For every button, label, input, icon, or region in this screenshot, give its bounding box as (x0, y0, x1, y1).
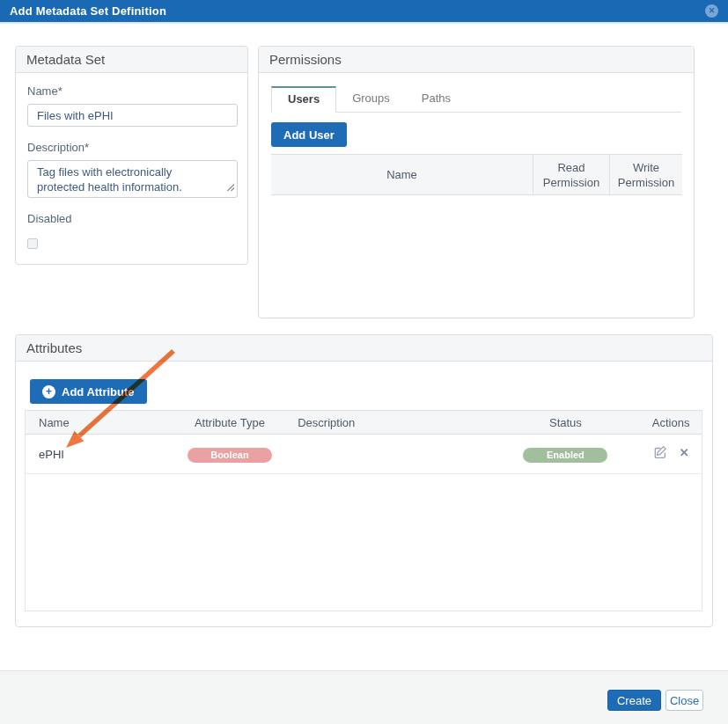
description-label: Description* (27, 141, 236, 154)
column-header-name: Name (271, 155, 533, 194)
column-header-description: Description (289, 416, 490, 429)
metadata-set-panel-title: Metadata Set (16, 47, 247, 73)
add-user-button[interactable]: Add User (271, 122, 347, 147)
attributes-table: Name Attribute Type Description Status A… (25, 410, 702, 611)
tab-groups[interactable]: Groups (336, 85, 406, 112)
description-textarea[interactable]: Tag files with electronically protected … (27, 160, 238, 198)
permissions-panel: Permissions Users Groups Paths Add User … (258, 46, 695, 318)
status-badge: Enabled (523, 448, 607, 463)
add-attribute-button[interactable]: + Add Attribute (30, 379, 147, 404)
attributes-panel-title: Attributes (16, 335, 712, 362)
name-label: Name* (27, 84, 236, 98)
disabled-label: Disabled (27, 212, 236, 225)
attribute-type-badge: Boolean (188, 448, 272, 463)
column-header-write-permission: Write Permission (609, 155, 682, 194)
modal-header: Add Metadata Set Definition ✕ (0, 0, 728, 24)
permissions-panel-title: Permissions (259, 47, 694, 73)
tab-paths[interactable]: Paths (406, 85, 467, 112)
column-header-name: Name (26, 416, 171, 429)
attributes-panel: Attributes + Add Attribute Name Attribut… (15, 334, 713, 627)
tab-users[interactable]: Users (271, 86, 336, 113)
modal-title: Add Metadata Set Definition (10, 4, 166, 18)
permissions-tab-bar: Users Groups Paths (271, 85, 681, 113)
close-button[interactable]: Close (665, 690, 703, 711)
column-header-read-permission: Read Permission (533, 155, 609, 194)
table-row: ePHI Boolean Enabled (26, 435, 702, 474)
metadata-set-panel: Metadata Set Name* Description* Tag file… (15, 46, 248, 265)
disabled-checkbox[interactable] (27, 238, 38, 249)
edit-icon[interactable] (653, 445, 667, 459)
circle-x-icon[interactable]: ✕ (705, 4, 718, 18)
add-attribute-label: Add Attribute (62, 385, 135, 399)
permissions-table-header: Name Read Permission Write Permission (271, 154, 682, 195)
create-button[interactable]: Create (607, 690, 661, 711)
delete-x-icon[interactable]: ✕ (680, 446, 689, 459)
resize-handle-icon[interactable] (226, 179, 235, 195)
column-header-actions: Actions (640, 416, 702, 429)
column-header-attribute-type: Attribute Type (171, 416, 290, 429)
column-header-status: Status (491, 416, 641, 429)
name-input[interactable] (27, 104, 238, 127)
attributes-table-empty-area (26, 474, 702, 611)
attributes-table-header: Name Attribute Type Description Status A… (26, 410, 702, 435)
plus-circle-icon: + (42, 385, 55, 399)
attribute-name: ePHI (26, 448, 171, 461)
